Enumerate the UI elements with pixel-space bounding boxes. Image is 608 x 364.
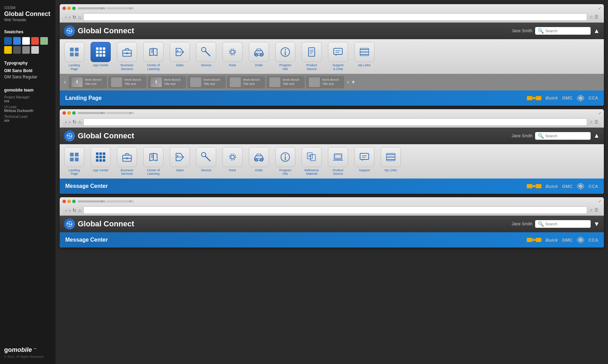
browser-tab-2-inactive[interactable]: ✕ (106, 112, 134, 114)
nav-item-landing[interactable]: Landing Page (62, 42, 87, 71)
nav-item-car[interactable]: Order (246, 147, 271, 172)
nav-item-book[interactable]: Center of Learning (141, 147, 166, 176)
wb-prev-1[interactable]: ‹ (62, 78, 67, 86)
tab-close-icon-5[interactable]: ✕ (101, 200, 103, 203)
browser-tab-3-inactive[interactable]: ✕ (106, 200, 134, 202)
nav-item-document2[interactable]: Reference Material (299, 147, 324, 176)
forward-button-2[interactable]: › (69, 119, 70, 124)
wb-item-2[interactable]: Work Bench Title test (108, 76, 146, 88)
nav-item-document[interactable]: Product Source (299, 42, 324, 71)
wb-item-5[interactable]: Work Bench Title test (227, 76, 265, 88)
dot-green-2[interactable] (72, 111, 76, 115)
forward-button-3[interactable]: › (69, 208, 70, 213)
gc-search-3[interactable]: 🔍 (535, 220, 591, 228)
nav-item-chat[interactable]: Support & Chat (326, 42, 351, 71)
gc-search-1[interactable]: 🔍 (535, 27, 591, 35)
tab-close-icon-3[interactable]: ✕ (101, 111, 103, 115)
wb-item-7[interactable]: Work Bench Title test (306, 76, 344, 88)
wb-item-6[interactable]: Work Bench Title test (267, 76, 305, 88)
nav-item-grid[interactable]: App Center (88, 42, 113, 67)
forward-button-1[interactable]: › (69, 15, 70, 20)
refresh-button-3[interactable]: ↻ (73, 208, 76, 213)
nav-item-chat2[interactable]: Support (352, 147, 377, 172)
wb-item-4[interactable]: Work Bench Title test (187, 76, 226, 88)
nav-item-laptop[interactable]: Product Source (326, 147, 351, 176)
gc-footer-title-1: Landing Page (65, 95, 102, 101)
wb-title-4: Work Bench (203, 78, 220, 82)
dot-green-3[interactable] (72, 200, 76, 203)
nav-item-grid[interactable]: App Center (88, 147, 113, 172)
refresh-button-1[interactable]: ↻ (73, 15, 76, 20)
wb-text-3: Work Bench Title test (164, 78, 181, 86)
home-button-2[interactable]: ⌂ (78, 119, 81, 124)
dot-green-1[interactable] (72, 7, 76, 10)
search-input-1[interactable] (545, 29, 593, 33)
browser-chrome-2: ✕ ✕ ⤢ ‹ › ↻ ⌂ ☆ ☰ (60, 109, 604, 128)
maximize-icon-1[interactable]: ⤢ (598, 6, 601, 10)
nav-item-book[interactable]: Center of Learning (141, 42, 166, 71)
address-bar-3[interactable] (83, 206, 587, 214)
dot-red-1[interactable] (62, 7, 66, 10)
browser-tab-2-active[interactable]: ✕ (78, 112, 105, 114)
dot-red-3[interactable] (62, 200, 66, 203)
address-bar-2[interactable] (83, 118, 587, 126)
nav-item-info[interactable]: Program Info (273, 42, 298, 71)
browser-nav-1: ‹ › ↻ ⌂ ☆ ☰ (62, 11, 601, 23)
nav-item-list[interactable]: My Links (352, 42, 377, 67)
nav-item-wrench[interactable]: Service (194, 42, 219, 67)
chevron-up-1[interactable]: ▲ (593, 27, 600, 35)
nav-item-tag[interactable]: Sales (167, 147, 192, 172)
settings-icon-2[interactable]: ☰ (594, 120, 598, 124)
nav-item-car[interactable]: Order (246, 42, 271, 67)
nav-item-tag[interactable]: Sales (167, 42, 192, 67)
wb-item-1[interactable]: Work Bench Title test (69, 76, 107, 88)
chevron-up-2[interactable]: ▲ (593, 132, 600, 139)
refresh-button-2[interactable]: ↻ (73, 119, 76, 124)
browser-tab-1-inactive[interactable]: ✕ (106, 7, 134, 9)
svg-rect-12 (103, 51, 105, 53)
tab-close-icon-2[interactable]: ✕ (129, 7, 132, 10)
nav-item-landing[interactable]: Landing Page (62, 147, 87, 176)
bookmark-icon-2[interactable]: ☆ (589, 120, 593, 124)
search-input-3[interactable] (545, 222, 593, 226)
home-button-3[interactable]: ⌂ (78, 208, 81, 213)
nav-item-list2[interactable]: My Links (378, 147, 403, 172)
nav-label-list: My Links (358, 63, 371, 67)
settings-icon-1[interactable]: ☰ (594, 15, 598, 19)
settings-icon-3[interactable]: ☰ (594, 208, 598, 213)
wb-subtitle-7: Title test (322, 82, 339, 86)
nav-item-briefcase[interactable]: Business Services (115, 147, 140, 176)
gc-app-2: Global Connect Jane Smith 🔍 ▲ Landing Pa… (60, 128, 604, 194)
dot-yellow-2[interactable] (67, 111, 71, 115)
dot-red-2[interactable] (62, 111, 66, 115)
maximize-icon-2[interactable]: ⤢ (598, 111, 601, 115)
tab-close-icon[interactable]: ✕ (101, 7, 103, 10)
address-bar-1[interactable] (83, 13, 587, 21)
wb-next-1[interactable]: › (346, 78, 351, 86)
nav-item-info[interactable]: Program Info (273, 147, 298, 176)
wb-item-3[interactable]: Work Bench Title test (148, 76, 186, 88)
nav-item-wrench[interactable]: Service (194, 147, 219, 172)
dot-yellow-3[interactable] (67, 200, 71, 203)
bookmark-icon-3[interactable]: ☆ (589, 208, 593, 213)
tab-close-icon-6[interactable]: ✕ (129, 200, 132, 203)
maximize-icon-3[interactable]: ⤢ (598, 199, 601, 203)
search-input-2[interactable] (545, 134, 593, 138)
back-button-3[interactable]: ‹ (65, 208, 67, 213)
bookmark-icon-1[interactable]: ☆ (589, 15, 593, 19)
nav-item-gear[interactable]: Parts (220, 147, 245, 172)
gc-search-2[interactable]: 🔍 (535, 132, 591, 140)
tab-close-icon-4[interactable]: ✕ (129, 111, 132, 115)
chevron-down-3[interactable]: ▼ (593, 220, 600, 228)
back-button-2[interactable]: ‹ (65, 119, 67, 124)
nav-item-briefcase[interactable]: Business Services (115, 42, 140, 71)
browser-tab-3-active[interactable]: ✕ (78, 200, 105, 202)
dot-yellow-1[interactable] (67, 7, 71, 10)
wb-down-1[interactable]: ▾ (352, 79, 355, 85)
browser-tab-1-active[interactable]: ✕ (78, 7, 105, 9)
nav-label-document: Product Source (306, 63, 317, 71)
back-button-1[interactable]: ‹ (65, 15, 67, 20)
font-regular: GM Sans Regular (4, 75, 51, 79)
home-button-1[interactable]: ⌂ (78, 15, 81, 20)
nav-item-gear[interactable]: Parts (220, 42, 245, 67)
